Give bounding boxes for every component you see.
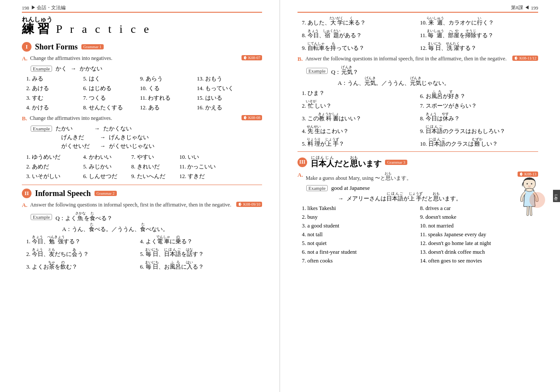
section1-grammar-tag: Grammar 1 <box>81 44 104 49</box>
section3-example-arrow: → <box>338 195 343 202</box>
divider <box>22 185 262 185</box>
section3-title: 日本人にほんじんだと思おもいます <box>311 155 382 169</box>
section1-b-items: 1. ゆうめいだ 4. かわいい 7. やすい 10. いい 2. あめだ 5.… <box>26 154 262 180</box>
section1-number: I <box>22 42 32 52</box>
section2-number: II <box>22 189 32 198</box>
audio-icon <box>238 202 242 206</box>
right-top-col2: 10. 来週らいしゅう、カラオケに行いく？ 11. 毎週まいしゅう、部屋へやを掃… <box>420 16 538 52</box>
b-example-line2: げんきだ → げんきじゃない <box>61 133 262 141</box>
section3-number: III <box>298 158 307 167</box>
list-item: 7. あした、大学だいがくに来くる？ <box>302 16 420 27</box>
section1-header: I Short Forms Grammar 1 <box>22 42 262 52</box>
list-item: 11. 毎週まいしゅう、部屋へやを掃除そうじする？ <box>420 29 538 39</box>
svg-point-8 <box>529 192 545 208</box>
list-item: 7. often cooks <box>302 258 420 264</box>
section3-a-example: Example good at Japanese → メアリーさんは日本語にほん… <box>306 185 538 203</box>
list-item: 13. doesn't drink coffee much <box>420 249 538 256</box>
section2-grammar-tag: Grammar 2 <box>94 191 117 196</box>
section1-a-text: Change the affirmatives into negatives. <box>30 55 239 62</box>
list-item: 6. not a first-year student <box>302 249 420 256</box>
section2-a-label: A. <box>22 202 28 209</box>
list-item: 8. せんたくする <box>83 104 140 112</box>
section3-a-row: A. Make a guess about Mary, using 〜と思おもい… <box>298 172 538 182</box>
character-svg <box>512 176 547 224</box>
list-item: 8. きれいだ <box>131 163 179 171</box>
section2-b-row: B. Answer the following questions in inf… <box>298 56 538 63</box>
section3-a-text: Make a guess about Mary, using 〜と思おもいます。 <box>306 172 515 182</box>
list-item: 5. 料理りょうりが上手じょうず？ <box>302 137 420 148</box>
b-ex3-left: がくせいだ <box>61 142 96 150</box>
list-item: 6. しんせつだ <box>83 173 131 180</box>
list-item: 3. よくお茶ちゃを飲のむ？ <box>26 260 140 271</box>
list-item: 8. 今日きょうは休やすみ？ <box>420 112 538 122</box>
right-page-header: 第8課 ◀ 199 <box>298 4 538 13</box>
list-item: 12. doesn't go home late at night <box>420 240 538 247</box>
list-item: 1. 今日きょう、勉強べんきょうする？ <box>26 235 140 245</box>
list-item: 5. not quiet <box>302 240 420 247</box>
list-item: 9. あらう <box>140 75 197 83</box>
list-item: 6. はじめる <box>83 85 140 92</box>
list-item: 4. よく電車でんしゃに乗のる？ <box>140 235 254 245</box>
b-items-col2: 6. お風呂ふろが好すき？ 7. スポーツがきらい？ 8. 今日きょうは休やすみ… <box>420 90 538 148</box>
b-ex2-left: げんきだ <box>61 133 96 141</box>
audio-icon <box>243 56 248 60</box>
list-item: 3. この教科書きょうかしょはいい？ <box>302 112 420 122</box>
b-ex2-right: げんきじゃない <box>109 133 149 141</box>
example-label: Example <box>31 214 52 220</box>
section1-a-label: A. <box>22 55 28 62</box>
section3-a-label: A. <box>298 172 303 178</box>
list-item: 2. 今日きょう、友ともだちに会あう？ <box>26 248 140 258</box>
list-item: 8. 今日きょう、宿題しゅくだいがある？ <box>302 29 420 39</box>
section2-b-audio[interactable]: K08-11/12 <box>512 56 538 61</box>
left-page-section: ▶ 会話・文法編 <box>31 4 66 11</box>
list-item: 14. もっていく <box>197 85 254 92</box>
section1-b-text: Change the affirmatives into negatives. <box>30 115 239 122</box>
practice-title: 練れん習しゅう P r a c t i c e <box>22 16 262 36</box>
svg-marker-4 <box>520 172 522 176</box>
list-item: 12. ある <box>140 104 197 112</box>
list-item: 4. 先生せんせいはこわい？ <box>302 125 420 135</box>
svg-marker-3 <box>515 56 517 60</box>
left-page-number: 198 <box>22 5 29 10</box>
list-item: 2. busy <box>302 214 420 220</box>
section1-b-audio[interactable]: K08-08 <box>242 115 262 120</box>
list-item: 2. あめだ <box>26 163 83 171</box>
list-item: 3. すむ <box>26 94 83 102</box>
b-ex-right: たかくない <box>103 125 132 133</box>
section2-b-label: B. <box>298 56 303 63</box>
audio-icon <box>514 56 518 60</box>
section1-a-example: Example かく → かかない <box>31 65 262 73</box>
example-label: Example <box>31 66 52 72</box>
section2-a-example: Example Q：よく魚さかなを食たべる？ A：うん、食たべる。／ううん、食た… <box>31 211 262 233</box>
section2-b-items: 1. ひま？ 2. 忙いそがしい？ 3. この教科書きょうかしょはいい？ 4. … <box>302 90 538 148</box>
list-item: 2. あける <box>26 85 83 92</box>
list-item: 1. likes Takeshi <box>302 205 420 212</box>
b-ex3-right: がくせいじゃない <box>109 142 154 150</box>
section2-b-example: Example Q：元気げんき？ A：うん、元気げんき。／ううん、元気げんきじゃ… <box>306 65 538 87</box>
list-item: 7. スポーツがきらい？ <box>420 102 538 110</box>
section2-b-text: Answer the following questions in inform… <box>305 56 510 62</box>
list-item: 1. ひま？ <box>302 90 420 97</box>
section1-a-audio[interactable]: K08-07 <box>242 55 262 60</box>
section2-header: II Informal Speech Grammar 2 <box>22 189 262 198</box>
b-example-a: A：うん、元気げんき。／ううん、元気げんきじゃない。 <box>338 80 450 86</box>
list-item: 11. かっこいい <box>179 163 228 171</box>
section1-b-examples: Example たかい → たかくない げんきだ → げんきじゃない がくせいだ… <box>31 125 262 150</box>
list-item: 10. 来週らいしゅう、カラオケに行いく？ <box>420 16 538 27</box>
section3-grammar-tag: Grammar 3 <box>385 160 407 165</box>
list-item: 10. 日本語にほんごのクラスは難むずかしい？ <box>420 137 538 148</box>
right-top-items: 7. あした、大学だいがくに来くる？ 8. 今日きょう、宿題しゅくだいがある？ … <box>302 16 538 52</box>
section1-b-label: B. <box>22 115 27 122</box>
b-example-line: Example たかい → たかくない <box>31 125 262 133</box>
left-page: 198 ▶ 会話・文法編 練れん習しゅう P r a c t i c e I S… <box>0 0 280 392</box>
section2-a-audio[interactable]: K08-09/10 <box>236 202 262 207</box>
list-item: 4. not tall <box>302 231 420 238</box>
section2-title: Informal Speech <box>35 189 91 198</box>
list-item: 7. つくる <box>83 94 140 102</box>
list-item: 9. 自転車じてんしゃを持もっている？ <box>302 42 420 52</box>
section1-a-row: A. Change the affirmatives into negative… <box>22 55 262 62</box>
list-item: 9. 日本語にほんごのクラスはおもしろい？ <box>420 125 538 135</box>
svg-point-6 <box>527 183 528 185</box>
list-item: 10. くる <box>140 85 197 92</box>
eng-col1: 1. likes Takeshi 2. busy 3. a good stude… <box>302 205 420 264</box>
